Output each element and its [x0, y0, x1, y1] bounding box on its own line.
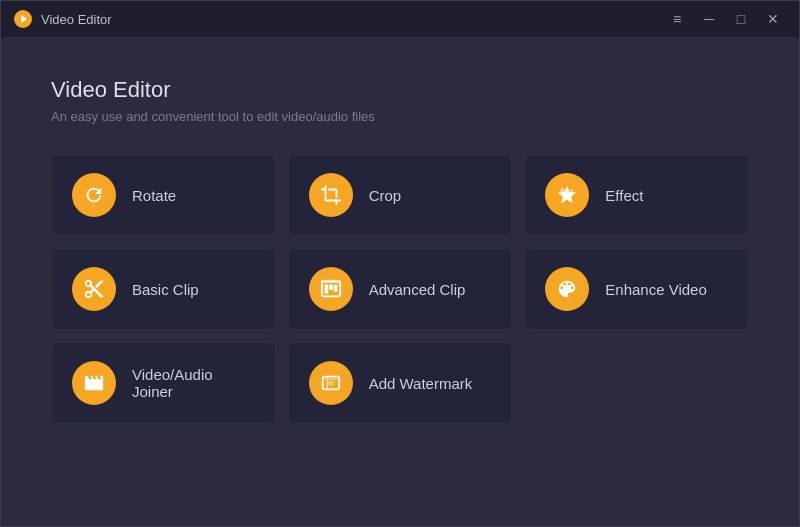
crop-button[interactable]: Crop [288, 154, 513, 236]
menu-button[interactable]: ≡ [663, 7, 691, 31]
enhance-video-icon-circle [545, 267, 589, 311]
svg-rect-7 [333, 284, 337, 291]
main-window: Video Editor ≡ ─ □ ✕ Video Editor An eas… [0, 0, 800, 527]
watermark-icon-circle: W [309, 361, 353, 405]
crop-icon-circle [309, 173, 353, 217]
film-icon-circle [72, 361, 116, 405]
main-content: Video Editor An easy use and convenient … [1, 37, 799, 526]
video-audio-joiner-button[interactable]: Video/Audio Joiner [51, 342, 276, 424]
svg-point-2 [560, 188, 565, 193]
title-bar-left: Video Editor [13, 9, 112, 29]
effect-icon-circle [545, 173, 589, 217]
basic-clip-label: Basic Clip [132, 281, 199, 298]
rotate-icon-circle [72, 173, 116, 217]
effect-icon [556, 184, 578, 206]
basic-clip-icon-circle [72, 267, 116, 311]
svg-rect-6 [329, 284, 333, 290]
effect-button[interactable]: Effect [524, 154, 749, 236]
advanced-clip-label: Advanced Clip [369, 281, 466, 298]
basic-clip-button[interactable]: Basic Clip [51, 248, 276, 330]
app-icon [13, 9, 33, 29]
rotate-label: Rotate [132, 187, 176, 204]
palette-icon [556, 278, 578, 300]
page-title: Video Editor [51, 77, 749, 103]
rotate-button[interactable]: Rotate [51, 154, 276, 236]
svg-rect-5 [324, 284, 328, 293]
svg-text:W: W [327, 379, 334, 388]
enhance-video-button[interactable]: Enhance Video [524, 248, 749, 330]
maximize-button[interactable]: □ [727, 7, 755, 31]
film-icon [83, 372, 105, 394]
add-watermark-button[interactable]: W Add Watermark [288, 342, 513, 424]
advanced-clip-icon-circle [309, 267, 353, 311]
rotate-icon [83, 184, 105, 206]
title-bar: Video Editor ≡ ─ □ ✕ [1, 1, 799, 37]
empty-cell [524, 342, 749, 424]
add-watermark-label: Add Watermark [369, 375, 473, 392]
enhance-video-label: Enhance Video [605, 281, 706, 298]
advanced-clip-icon [320, 278, 342, 300]
minimize-button[interactable]: ─ [695, 7, 723, 31]
scissors-icon [83, 278, 105, 300]
title-bar-controls: ≡ ─ □ ✕ [663, 7, 787, 31]
advanced-clip-button[interactable]: Advanced Clip [288, 248, 513, 330]
watermark-icon: W [320, 372, 342, 394]
close-button[interactable]: ✕ [759, 7, 787, 31]
svg-point-3 [570, 189, 573, 192]
svg-rect-9 [321, 280, 341, 283]
tools-grid: Rotate Crop [51, 154, 749, 424]
crop-label: Crop [369, 187, 402, 204]
video-audio-joiner-label: Video/Audio Joiner [132, 366, 213, 400]
effect-label: Effect [605, 187, 643, 204]
crop-icon [320, 184, 342, 206]
window-title: Video Editor [41, 12, 112, 27]
page-subtitle: An easy use and convenient tool to edit … [51, 109, 749, 124]
